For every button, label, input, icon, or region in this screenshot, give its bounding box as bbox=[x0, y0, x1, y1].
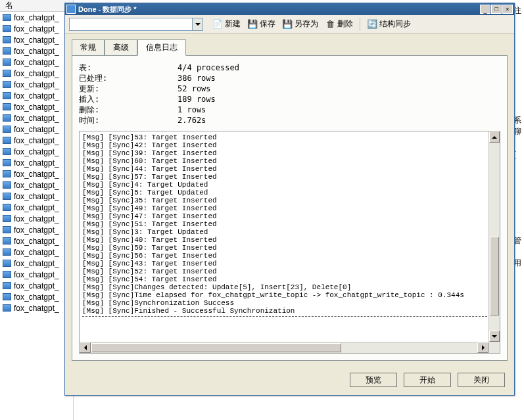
list-item[interactable]: fox_chatgpt_ bbox=[0, 269, 73, 280]
profile-combo[interactable] bbox=[69, 18, 193, 31]
list-item[interactable]: fox_chatgpt_ bbox=[0, 34, 73, 45]
scroll-left-button[interactable] bbox=[80, 342, 91, 353]
list-item-label: fox_chatgpt_ bbox=[14, 91, 59, 101]
new-icon: 📄 bbox=[212, 19, 223, 30]
list-item-label: fox_chatgpt_ bbox=[14, 136, 59, 145]
structsync-label: 结构同步 bbox=[379, 18, 411, 30]
list-item[interactable]: fox_chatgpt_ bbox=[0, 135, 73, 146]
new-button[interactable]: 📄 新建 bbox=[210, 17, 243, 31]
titlebar[interactable]: Done - 数据同步 * _ □ × bbox=[65, 3, 514, 15]
list-item[interactable]: fox_chatgpt_ bbox=[0, 112, 73, 124]
stat-table-val: 4/4 processed bbox=[178, 62, 239, 73]
table-icon bbox=[3, 282, 11, 289]
list-item[interactable]: fox_chatgpt_ bbox=[0, 179, 73, 191]
table-icon bbox=[3, 159, 11, 166]
list-item[interactable]: fox_chatgpt_ bbox=[0, 191, 73, 202]
delete-label: 删除 bbox=[337, 18, 353, 30]
list-item-label: fox_chatgpt_ bbox=[14, 214, 59, 223]
list-item[interactable]: fox_chatgpt_ bbox=[0, 302, 73, 314]
stats-block: 表:4/4 processed 已处理:386 rows 更新:52 rows … bbox=[79, 62, 500, 126]
scroll-right-button[interactable] bbox=[477, 342, 488, 353]
list-item-label: fox_chatgpt_ bbox=[14, 181, 59, 190]
scroll-up-button[interactable] bbox=[489, 131, 500, 143]
structsync-icon: 🔄 bbox=[367, 19, 377, 30]
vertical-scrollbar[interactable] bbox=[488, 131, 500, 342]
maximize-button[interactable]: □ bbox=[491, 5, 502, 14]
tab-log[interactable]: 信息日志 bbox=[137, 39, 186, 56]
close-button[interactable]: 关闭 bbox=[458, 373, 505, 387]
list-item-label: fox_chatgpt_ bbox=[14, 147, 59, 156]
delete-icon: 🗑 bbox=[325, 19, 335, 30]
background-table-list: 名 fox_chatgpt_fox_chatgpt_fox_chatgpt_fo… bbox=[0, 0, 74, 420]
list-item[interactable]: fox_chatgpt_ bbox=[0, 12, 73, 23]
minimize-button[interactable]: _ bbox=[480, 5, 490, 14]
list-item-label: fox_chatgpt_ bbox=[14, 225, 59, 235]
profile-combo-arrow[interactable] bbox=[193, 18, 203, 31]
table-icon bbox=[3, 92, 11, 99]
list-item[interactable]: fox_chatgpt_ bbox=[0, 90, 73, 101]
stat-processed-val: 386 rows bbox=[178, 73, 216, 83]
list-item[interactable]: fox_chatgpt_ bbox=[0, 68, 73, 79]
log-separator bbox=[82, 316, 497, 317]
list-item-label: fox_chatgpt_ bbox=[14, 58, 59, 67]
tab-body-log: 表:4/4 processed 已处理:386 rows 更新:52 rows … bbox=[72, 55, 508, 361]
preview-button[interactable]: 预览 bbox=[350, 373, 397, 387]
list-item[interactable]: fox_chatgpt_ bbox=[0, 79, 73, 90]
delete-button[interactable]: 🗑 删除 bbox=[322, 17, 356, 31]
list-item-label: fox_chatgpt_ bbox=[14, 80, 59, 89]
list-item[interactable]: fox_chatgpt_ bbox=[0, 258, 73, 269]
save-icon: 💾 bbox=[247, 19, 258, 30]
stat-update-val: 52 rows bbox=[178, 83, 211, 94]
list-item[interactable]: fox_chatgpt_ bbox=[0, 280, 73, 291]
log-content[interactable]: [Msg] [Sync]53: Target Inserted [Msg] [S… bbox=[80, 131, 500, 353]
scroll-corner bbox=[488, 342, 500, 353]
list-header-name: 名 bbox=[0, 0, 73, 12]
table-icon bbox=[3, 126, 11, 133]
scroll-v-thumb[interactable] bbox=[490, 237, 499, 315]
list-item[interactable]: fox_chatgpt_ bbox=[0, 57, 73, 68]
list-item[interactable]: fox_chatgpt_ bbox=[0, 23, 73, 34]
table-icon bbox=[3, 25, 11, 32]
list-item[interactable]: fox_chatgpt_ bbox=[0, 224, 73, 235]
list-item[interactable]: fox_chatgpt_ bbox=[0, 124, 73, 135]
list-item-label: fox_chatgpt_ bbox=[14, 270, 59, 279]
stat-insert-key: 插入: bbox=[79, 94, 178, 105]
list-item-label: fox_chatgpt_ bbox=[14, 103, 59, 112]
list-item[interactable]: fox_chatgpt_ bbox=[0, 45, 73, 57]
list-item[interactable]: fox_chatgpt_ bbox=[0, 168, 73, 179]
table-icon bbox=[3, 248, 11, 256]
list-item-label: fox_chatgpt_ bbox=[14, 281, 59, 291]
list-item-label: fox_chatgpt_ bbox=[14, 13, 59, 22]
table-icon bbox=[3, 14, 11, 21]
list-item[interactable]: fox_chatgpt_ bbox=[0, 246, 73, 258]
save-button[interactable]: 💾 保存 bbox=[245, 17, 278, 31]
list-item[interactable]: fox_chatgpt_ bbox=[0, 202, 73, 213]
table-icon bbox=[3, 237, 11, 245]
list-item[interactable]: fox_chatgpt_ bbox=[0, 235, 73, 246]
list-item-label: fox_chatgpt_ bbox=[14, 125, 59, 134]
list-item-label: fox_chatgpt_ bbox=[14, 114, 59, 123]
scroll-h-thumb[interactable] bbox=[91, 343, 341, 352]
table-icon bbox=[3, 58, 11, 66]
list-item[interactable]: fox_chatgpt_ bbox=[0, 213, 73, 224]
save-label: 保存 bbox=[260, 18, 275, 30]
stat-time-key: 时间: bbox=[79, 115, 178, 126]
list-item[interactable]: fox_chatgpt_ bbox=[0, 291, 73, 302]
tab-general[interactable]: 常规 bbox=[72, 39, 105, 56]
stat-insert-val: 189 rows bbox=[178, 94, 216, 105]
start-button[interactable]: 开始 bbox=[404, 373, 451, 387]
scroll-down-button[interactable] bbox=[489, 331, 500, 342]
tab-advanced[interactable]: 高级 bbox=[105, 39, 137, 56]
table-icon bbox=[3, 170, 11, 177]
list-item[interactable]: fox_chatgpt_ bbox=[0, 101, 73, 112]
list-item-label: fox_chatgpt_ bbox=[14, 24, 59, 34]
saveas-button[interactable]: 💾 另存为 bbox=[279, 17, 321, 31]
close-window-button[interactable]: × bbox=[502, 5, 513, 14]
stat-delete-val: 1 rows bbox=[178, 105, 206, 115]
table-icon bbox=[3, 36, 11, 43]
list-item[interactable]: fox_chatgpt_ bbox=[0, 146, 73, 157]
list-item[interactable]: fox_chatgpt_ bbox=[0, 157, 73, 168]
horizontal-scrollbar[interactable] bbox=[80, 342, 488, 353]
structsync-button[interactable]: 🔄 结构同步 bbox=[364, 17, 414, 31]
tabs: 常规 高级 信息日志 bbox=[65, 34, 514, 55]
